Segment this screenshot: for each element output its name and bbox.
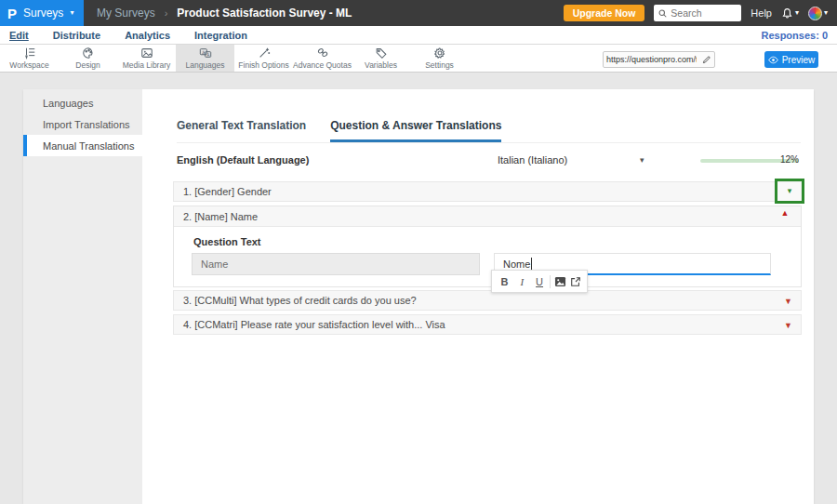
translations-panel: Languages Import Translations Manual Tra… [23, 89, 814, 504]
eye-icon [768, 55, 778, 65]
variables-tag-icon [375, 46, 388, 60]
nav-distribute[interactable]: Distribute [53, 30, 100, 41]
survey-nav: Edit Distribute Analytics Integration Re… [0, 26, 837, 45]
format-toolbar: B I U [491, 270, 588, 293]
sidebar-item-manual-translations[interactable]: Manual Translations [23, 135, 142, 156]
surveys-app-menu[interactable]: P Surveys ▾ [0, 0, 84, 26]
question-list: 1. [Gender] Gender ▾ 2. [Name] Name ▲ Qu… [173, 181, 802, 338]
tool-media-library[interactable]: Media Library [117, 45, 176, 72]
chevron-down-icon: ▾ [70, 9, 73, 17]
search-icon [658, 9, 667, 18]
translations-sidebar: Languages Import Translations Manual Tra… [23, 89, 142, 504]
top-bar: P Surveys ▾ My Surveys › Product Satisfa… [0, 0, 837, 26]
media-library-icon [140, 46, 153, 60]
translations-main: General Text Translation Question & Answ… [142, 89, 814, 504]
workspace-icon [23, 46, 36, 60]
italic-button[interactable]: I [515, 276, 529, 287]
external-link-icon [570, 276, 581, 287]
account-menu[interactable]: ▾ [808, 7, 828, 20]
questionpro-logo-icon: P [7, 6, 17, 21]
underline-button[interactable]: U [533, 276, 547, 287]
preview-button[interactable]: Preview [764, 51, 818, 68]
edit-url-pencil-icon[interactable] [699, 55, 714, 64]
survey-url-field [603, 51, 715, 68]
tool-settings[interactable]: Settings [410, 45, 469, 72]
upgrade-now-button[interactable]: Upgrade Now [564, 5, 645, 21]
svg-text:A: A [206, 53, 210, 58]
breadcrumb-my-surveys[interactable]: My Surveys [97, 7, 155, 20]
tool-workspace[interactable]: Workspace [0, 45, 59, 72]
tool-design[interactable]: Design [59, 45, 117, 72]
settings-gear-icon [433, 46, 446, 60]
tool-languages[interactable]: あA Languages [176, 45, 234, 72]
expand-chevron-down-icon[interactable]: ▼ [784, 322, 792, 330]
insert-link-button[interactable] [570, 276, 581, 287]
survey-url-input[interactable] [604, 55, 699, 64]
annotation-highlight-green: ▾ [775, 179, 804, 204]
insert-image-button[interactable] [554, 276, 566, 287]
app-menu-label: Surveys [23, 7, 63, 20]
chevron-down-icon: ▾ [795, 9, 799, 17]
design-palette-icon [82, 46, 95, 60]
expand-chevron-down-icon[interactable]: ▾ [788, 187, 792, 195]
tab-general-text-translation[interactable]: General Text Translation [177, 119, 306, 142]
toolbar-divider [550, 275, 551, 288]
avatar [808, 7, 822, 20]
question-group-name: 2. [Name] Name ▲ Question Text Name Nome [173, 206, 802, 287]
tool-finish-options[interactable]: Finish Options [234, 45, 293, 72]
responses-count: Responses: 0 [761, 30, 828, 41]
translation-tabs: General Text Translation Question & Answ… [177, 119, 801, 143]
breadcrumb: My Surveys › Product Satisfaction Survey… [97, 7, 352, 20]
tool-advance-quotas[interactable]: Advance Quotas [293, 45, 352, 72]
notifications-menu[interactable]: ▾ [781, 7, 799, 20]
question-row-gender[interactable]: 1. [Gender] Gender [173, 181, 802, 202]
question-text-label: Question Text [193, 236, 801, 247]
collapse-chevron-up-icon[interactable]: ▲ [771, 209, 799, 218]
annotation-marker-red: ▲ [771, 209, 799, 218]
translation-editor: Question Text Name Nome [174, 227, 801, 286]
page-title: Product Satisfaction Survey - ML [177, 7, 352, 20]
bold-button[interactable]: B [498, 276, 512, 287]
breadcrumb-separator-icon: › [165, 7, 168, 19]
chevron-down-icon: ▾ [824, 9, 828, 17]
language-selector-row: English (Default Language) Italian (Ital… [177, 153, 801, 169]
advance-quotas-icon [316, 46, 329, 60]
expand-chevron-down-icon[interactable]: ▼ [784, 298, 792, 306]
question-row-name[interactable]: 2. [Name] Name ▲ [174, 206, 801, 227]
tab-question-answer-translations[interactable]: Question & Answer Translations [330, 119, 501, 142]
nav-edit[interactable]: Edit [9, 30, 29, 41]
translation-progress-percent: 12% [780, 154, 799, 165]
search-input[interactable] [671, 7, 736, 19]
nav-analytics[interactable]: Analytics [125, 30, 170, 41]
sidebar-item-languages[interactable]: Languages [23, 92, 142, 113]
global-search[interactable] [654, 5, 741, 21]
source-language-label: English (Default Language) [177, 154, 309, 166]
finish-options-wand-icon [258, 46, 271, 60]
sidebar-item-import-translations[interactable]: Import Translations [23, 113, 142, 135]
text-cursor [531, 258, 532, 270]
source-text-field: Name [192, 253, 480, 275]
target-language-chevron-down-icon[interactable]: ▾ [640, 155, 644, 165]
question-row-ccmatri[interactable]: 4. [CCMatri] Please rate your satisfacti… [173, 314, 802, 335]
help-link[interactable]: Help [751, 7, 772, 19]
nav-integration[interactable]: Integration [194, 30, 247, 41]
tool-variables[interactable]: Variables [352, 45, 410, 72]
question-row-ccmulti[interactable]: 3. [CCMulti] What types of credit cards … [173, 290, 802, 311]
languages-translate-icon: あA [199, 46, 212, 60]
image-icon [554, 276, 566, 287]
bell-icon [781, 7, 793, 20]
target-language-dropdown[interactable]: Italian (Italiano) [498, 154, 567, 166]
